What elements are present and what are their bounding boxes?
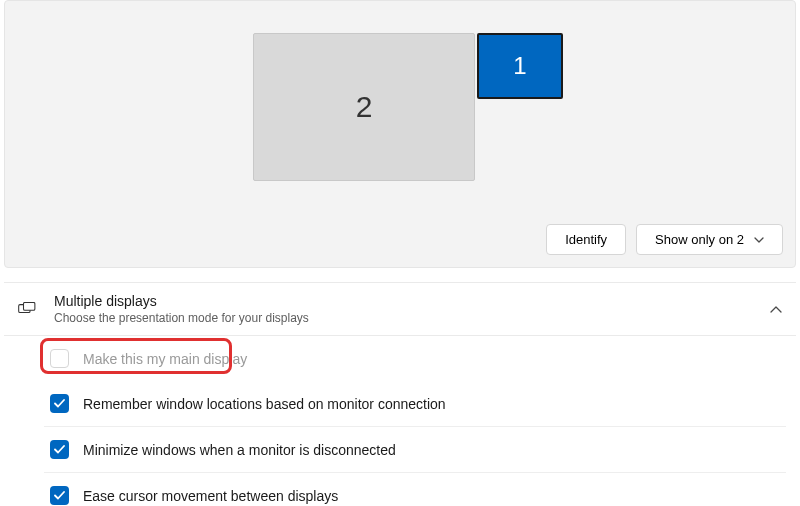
checkbox-remember-locations[interactable] (50, 394, 69, 413)
option-label-minimize: Minimize windows when a monitor is disco… (83, 442, 396, 458)
monitor-1-selected[interactable]: 1 (477, 33, 563, 99)
checkbox-ease-cursor[interactable] (50, 486, 69, 505)
option-ease-cursor: Ease cursor movement between displays (44, 473, 786, 506)
svg-rect-1 (24, 302, 35, 310)
identify-button-label: Identify (565, 232, 607, 247)
checkbox-minimize-on-disconnect[interactable] (50, 440, 69, 459)
option-label-ease-cursor: Ease cursor movement between displays (83, 488, 338, 504)
monitor-2[interactable]: 2 (253, 33, 475, 181)
option-make-main-display: Make this my main display (44, 336, 786, 381)
check-icon (54, 445, 65, 454)
monitor-2-label: 2 (356, 90, 373, 124)
option-remember-locations: Remember window locations based on monit… (44, 381, 786, 427)
chevron-down-icon (754, 237, 764, 243)
chevron-up-icon (770, 306, 782, 313)
section-subtitle: Choose the presentation mode for your di… (54, 311, 770, 325)
multiple-displays-icon (18, 302, 36, 316)
section-title: Multiple displays (54, 293, 770, 309)
multiple-displays-section-header[interactable]: Multiple displays Choose the presentatio… (4, 282, 796, 336)
multiple-displays-options: Make this my main display Remember windo… (0, 336, 800, 506)
check-icon (54, 491, 65, 500)
checkbox-make-main-display (50, 349, 69, 368)
projection-mode-dropdown[interactable]: Show only on 2 (636, 224, 783, 255)
arrange-buttons-row: Identify Show only on 2 (546, 224, 783, 255)
display-canvas[interactable]: 2 1 (5, 1, 795, 211)
monitor-1-label: 1 (513, 52, 526, 80)
identify-button[interactable]: Identify (546, 224, 626, 255)
option-label-remember: Remember window locations based on monit… (83, 396, 446, 412)
option-label-make-main: Make this my main display (83, 351, 247, 367)
check-icon (54, 399, 65, 408)
section-text: Multiple displays Choose the presentatio… (54, 293, 770, 325)
option-minimize-on-disconnect: Minimize windows when a monitor is disco… (44, 427, 786, 473)
projection-mode-label: Show only on 2 (655, 232, 744, 247)
display-arrangement-panel: 2 1 Identify Show only on 2 (4, 0, 796, 268)
